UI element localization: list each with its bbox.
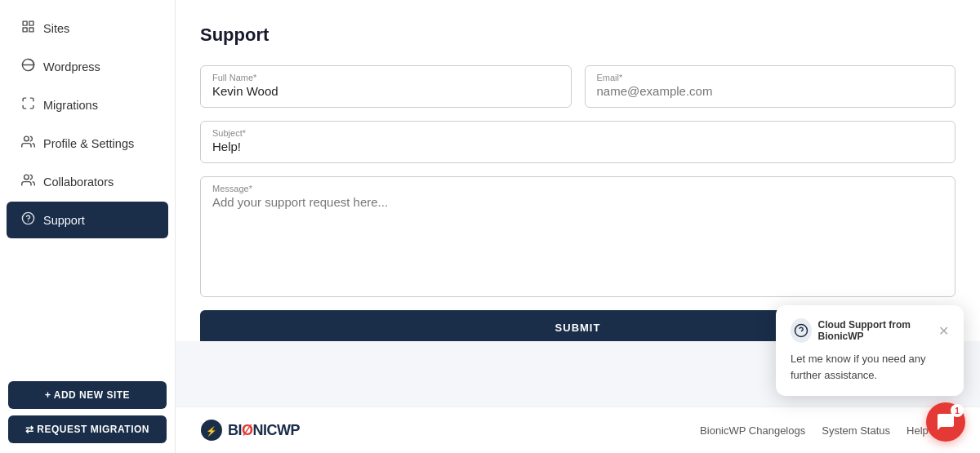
request-migration-button[interactable]: ⇄ REQUEST MIGRATION [8,415,167,443]
agent-avatar [791,318,812,343]
footer-logo: ⚡ BIØNICWP [200,419,300,442]
subject-label: Subject* [212,128,943,138]
form-row-name-email: Full Name* Email* [200,65,956,108]
sidebar-nav: Sites Wordpress Migrations Profile & Set… [0,0,175,371]
collaborators-icon [21,173,35,190]
email-label: Email* [597,73,944,82]
full-name-field: Full Name* [200,65,572,108]
message-label: Message* [212,184,943,193]
sidebar-item-wordpress[interactable]: Wordpress [7,48,168,85]
chat-fab-button[interactable]: 1 [926,402,965,442]
message-input[interactable] [212,195,943,285]
subject-input[interactable] [212,140,943,153]
chat-close-button[interactable]: ✕ [938,323,949,339]
support-icon [21,211,35,229]
add-new-site-button[interactable]: + ADD NEW SITE [8,381,167,409]
sidebar: Sites Wordpress Migrations Profile & Set… [0,0,176,453]
logo-text: BIØNICWP [228,422,300,439]
email-field: Email* [585,65,956,108]
sidebar-item-sites-label: Sites [43,22,69,35]
sidebar-item-profile-label: Profile & Settings [43,137,134,150]
svg-rect-3 [29,28,33,32]
chat-agent-info: Cloud Support from BionicWP [791,318,938,343]
sidebar-bottom: + ADD NEW SITE ⇄ REQUEST MIGRATION [0,371,175,453]
wordpress-icon [21,58,35,75]
footer: ⚡ BIØNICWP BionicWP Changelogs System St… [176,406,980,453]
sidebar-item-sites[interactable]: Sites [7,10,168,47]
footer-links: BionicWP Changelogs System Status Help D… [700,424,956,437]
subject-field: Subject* [200,121,956,163]
logo-icon: ⚡ [200,419,223,442]
chat-popup: Cloud Support from BionicWP ✕ Let me kno… [776,305,964,396]
migrations-icon [21,96,35,113]
message-field: Message* [200,176,956,297]
sidebar-item-wordpress-label: Wordpress [43,60,100,73]
chat-badge: 1 [951,404,964,417]
chat-message: Let me know if you need any further assi… [791,351,949,383]
sidebar-item-migrations-label: Migrations [43,99,98,112]
full-name-label: Full Name* [212,73,559,82]
footer-link-status[interactable]: System Status [822,424,890,437]
sidebar-item-collaborators-label: Collaborators [43,175,114,189]
email-input[interactable] [597,84,944,98]
footer-link-changelogs[interactable]: BionicWP Changelogs [700,424,805,437]
svg-text:⚡: ⚡ [206,425,217,437]
form-row-subject: Subject* [200,121,956,163]
svg-point-6 [24,175,29,180]
svg-rect-1 [29,21,33,25]
page-title: Support [200,24,956,46]
full-name-input[interactable] [212,84,559,98]
sidebar-item-support[interactable]: Support [7,202,168,238]
svg-point-5 [24,136,29,141]
agent-name: Cloud Support from BionicWP [818,319,938,342]
svg-rect-0 [23,21,27,25]
sidebar-item-migrations[interactable]: Migrations [7,87,168,123]
sidebar-item-profile-settings[interactable]: Profile & Settings [7,125,168,162]
sidebar-item-collaborators[interactable]: Collaborators [7,163,168,200]
sites-icon [21,20,35,37]
profile-icon [21,135,35,152]
sidebar-item-support-label: Support [43,214,85,227]
chat-popup-header: Cloud Support from BionicWP ✕ [791,318,949,343]
support-form-container: Support Full Name* Email* Subject* Messa… [176,0,980,341]
svg-rect-2 [23,28,27,32]
